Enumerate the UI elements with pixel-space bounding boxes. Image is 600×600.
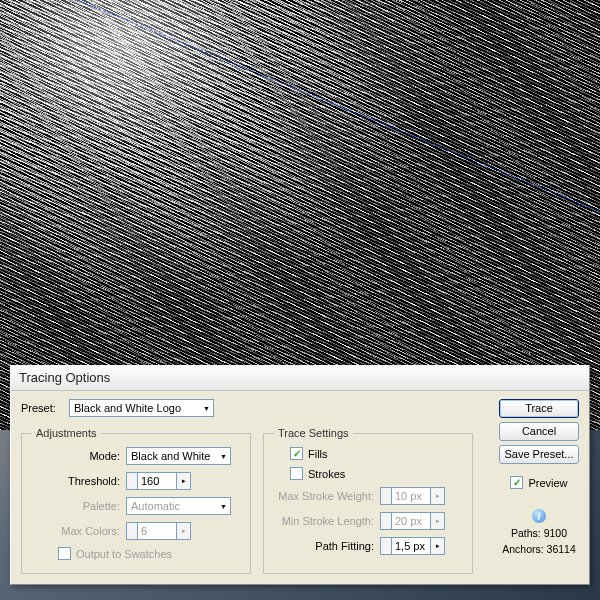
preset-label: Preset:: [21, 402, 61, 414]
max-stroke-weight-input: 10 px: [391, 487, 431, 505]
paths-stat: Paths: 9100: [499, 527, 579, 539]
maxcolors-input: 6: [137, 522, 177, 540]
threshold-spinner[interactable]: [126, 472, 137, 490]
checkbox-checked-icon: ✓: [510, 476, 523, 489]
threshold-input[interactable]: 160: [137, 472, 177, 490]
output-swatches-checkbox[interactable]: Output to Swatches: [58, 547, 172, 560]
mode-label: Mode:: [32, 450, 120, 462]
preset-dropdown[interactable]: Black and White Logo: [69, 399, 214, 417]
trace-button[interactable]: Trace: [499, 399, 579, 418]
palette-label: Palette:: [32, 500, 120, 512]
maxcolors-label: Max Colors:: [32, 525, 120, 537]
dialog-title: Tracing Options: [11, 366, 589, 391]
strokes-label: Strokes: [308, 468, 345, 480]
min-stroke-length-spinner: [380, 512, 391, 530]
preview-checkbox[interactable]: ✓ Preview: [510, 476, 567, 489]
threshold-label: Threshold:: [32, 475, 120, 487]
path-fitting-spinner[interactable]: [380, 537, 391, 555]
max-stroke-weight-spinner: [380, 487, 391, 505]
tracing-options-dialog: Tracing Options Preset: Black and White …: [10, 365, 590, 585]
min-stroke-length-input: 20 px: [391, 512, 431, 530]
output-swatches-label: Output to Swatches: [76, 548, 172, 560]
min-stroke-length-label: Min Stroke Length:: [274, 515, 374, 527]
adjustments-legend: Adjustments: [32, 427, 101, 439]
maxcolors-slider: ▸: [177, 522, 191, 540]
checkbox-checked-icon: ✓: [290, 447, 303, 460]
checkbox-box-icon: [290, 467, 303, 480]
mode-dropdown[interactable]: Black and White: [126, 447, 231, 465]
anchors-stat: Anchors: 36114: [499, 543, 579, 555]
palette-dropdown: Automatic: [126, 497, 231, 515]
max-stroke-weight-slider: ▸: [431, 487, 445, 505]
strokes-checkbox[interactable]: Strokes: [290, 467, 345, 480]
info-icon[interactable]: i: [532, 509, 546, 523]
min-stroke-length-slider: ▸: [431, 512, 445, 530]
max-stroke-weight-label: Max Stroke Weight:: [274, 490, 374, 502]
path-fitting-input[interactable]: 1,5 px: [391, 537, 431, 555]
cancel-button[interactable]: Cancel: [499, 422, 579, 441]
trace-settings-legend: Trace Settings: [274, 427, 353, 439]
path-fitting-label: Path Fitting:: [274, 540, 374, 552]
fills-checkbox[interactable]: ✓ Fills: [290, 447, 328, 460]
maxcolors-spinner: [126, 522, 137, 540]
save-preset-button[interactable]: Save Preset...: [499, 445, 579, 464]
trace-settings-group: Trace Settings ✓ Fills Strokes: [263, 427, 473, 574]
preview-label: Preview: [528, 477, 567, 489]
path-fitting-slider[interactable]: ▸: [431, 537, 445, 555]
threshold-slider[interactable]: ▸: [177, 472, 191, 490]
checkbox-box-icon: [58, 547, 71, 560]
fills-label: Fills: [308, 448, 328, 460]
adjustments-group: Adjustments Mode: Black and White Thresh…: [21, 427, 251, 574]
